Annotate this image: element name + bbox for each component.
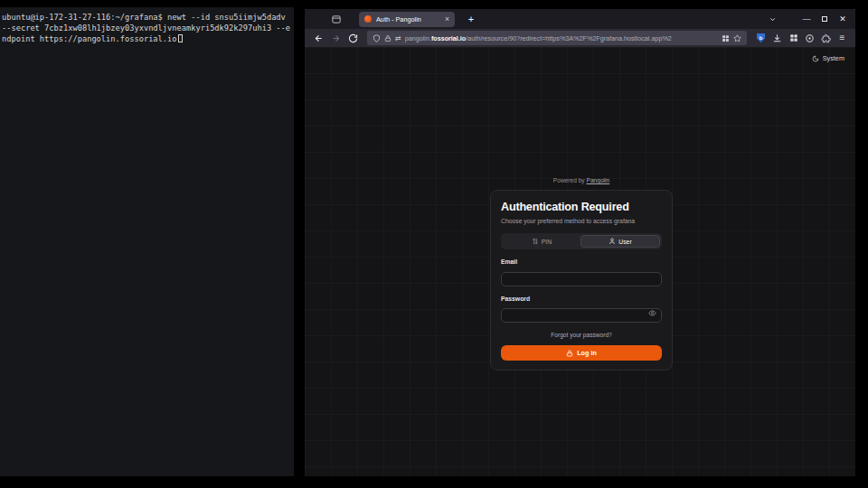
back-button[interactable] bbox=[311, 31, 326, 45]
downloads-button[interactable] bbox=[770, 32, 784, 45]
auth-method-tabs: PIN User bbox=[501, 233, 662, 249]
new-tab-button[interactable]: + bbox=[464, 14, 478, 24]
forward-button[interactable] bbox=[328, 31, 343, 45]
moon-icon bbox=[812, 55, 819, 62]
page-content: System Powered by Pangolin Authenticatio… bbox=[305, 47, 855, 476]
theme-toggle[interactable]: System bbox=[812, 54, 844, 62]
card-subtitle: Choose your preferred method to access g… bbox=[501, 218, 662, 224]
terminal-cursor bbox=[178, 34, 183, 42]
tab-user[interactable]: User bbox=[580, 235, 660, 248]
lock-icon bbox=[566, 350, 573, 357]
tab-pin[interactable]: PIN bbox=[503, 235, 580, 248]
ring-circle-icon bbox=[805, 33, 815, 43]
email-label: Email bbox=[501, 258, 662, 265]
terminal-line: ubuntu@ip-172-31-27-116:~/grafana$ newt … bbox=[2, 12, 292, 23]
eye-icon bbox=[648, 309, 656, 317]
bookmark-star-icon[interactable] bbox=[733, 34, 741, 42]
browser-window: Auth - Pangolin × + — ✕ bbox=[305, 9, 855, 476]
password-label: Password bbox=[501, 296, 662, 302]
maximize-button[interactable] bbox=[817, 12, 832, 26]
window-controls: — ✕ bbox=[765, 12, 850, 26]
user-icon bbox=[609, 238, 616, 245]
back-icon bbox=[314, 33, 324, 43]
theme-toggle-label: System bbox=[823, 54, 844, 62]
powered-by: Powered by Pangolin bbox=[490, 177, 673, 183]
extensions-grid-button[interactable] bbox=[787, 32, 800, 45]
maximize-icon bbox=[822, 16, 827, 22]
pangolin-link[interactable]: Pangolin bbox=[587, 177, 610, 183]
terminal-window[interactable]: ubuntu@ip-172-31-27-116:~/grafana$ newt … bbox=[0, 7, 294, 476]
reload-icon bbox=[348, 33, 358, 43]
extensions-button[interactable] bbox=[819, 32, 833, 45]
tab-title: Auth - Pangolin bbox=[376, 15, 440, 23]
https-lock-icon[interactable] bbox=[384, 34, 392, 42]
tab-pin-label: PIN bbox=[542, 239, 552, 245]
login-button[interactable]: Log in bbox=[501, 345, 662, 361]
hamburger-menu-icon: ≡ bbox=[840, 33, 845, 42]
extension-shield-icon: b bbox=[757, 33, 765, 42]
forgot-password-link[interactable]: Forgot your password? bbox=[501, 332, 662, 338]
terminal-line: --secret 7cbz1xw08lh1jbzey03yxvndljvneam… bbox=[2, 23, 292, 33]
permissions-swap-icon[interactable]: ⇄ bbox=[395, 34, 401, 42]
browser-tab-bar: Auth - Pangolin × + — ✕ bbox=[305, 9, 855, 29]
forward-icon bbox=[331, 33, 341, 43]
card-title: Authentication Required bbox=[501, 201, 662, 213]
login-button-label: Log in bbox=[577, 349, 597, 357]
auth-card: Authentication Required Choose your pref… bbox=[490, 190, 673, 371]
pangolin-favicon-icon bbox=[364, 15, 372, 23]
chevron-down-icon bbox=[769, 15, 777, 23]
minimize-button[interactable]: — bbox=[799, 12, 814, 26]
show-password-button[interactable] bbox=[648, 309, 656, 317]
email-field-wrap bbox=[501, 268, 662, 286]
reader-grid-icon[interactable] bbox=[722, 34, 730, 42]
firefox-view-icon bbox=[331, 14, 342, 24]
email-input[interactable] bbox=[501, 272, 662, 286]
terminal-output: ubuntu@ip-172-31-27-116:~/grafana$ newt … bbox=[0, 7, 294, 49]
tracking-protection-shield-icon[interactable] bbox=[373, 34, 381, 42]
pin-keypad-icon bbox=[532, 238, 539, 245]
desktop: ubuntu@ip-172-31-27-116:~/grafana$ newt … bbox=[0, 0, 868, 488]
firefox-view-button[interactable] bbox=[328, 12, 344, 26]
tab-user-label: User bbox=[618, 239, 631, 245]
terminal-line: ndpoint https://pangolin.fossorial.io bbox=[2, 33, 292, 44]
account-button[interactable] bbox=[803, 32, 816, 45]
url-domain: fossorial.io bbox=[431, 34, 466, 42]
reload-button[interactable] bbox=[345, 31, 360, 45]
puzzle-piece-icon bbox=[821, 33, 831, 43]
auth-section: Powered by Pangolin Authentication Requi… bbox=[490, 177, 673, 371]
tab-close-icon[interactable]: × bbox=[445, 15, 449, 23]
download-icon bbox=[772, 33, 782, 43]
close-window-button[interactable]: ✕ bbox=[835, 12, 850, 26]
four-squares-icon bbox=[789, 33, 798, 42]
password-input[interactable] bbox=[501, 308, 662, 323]
password-field-wrap bbox=[501, 305, 662, 324]
bitwarden-extension-button[interactable]: b bbox=[754, 32, 768, 45]
url-text[interactable]: pangolin.fossorial.io/auth/resource/90?r… bbox=[405, 34, 718, 42]
tab-auth-pangolin[interactable]: Auth - Pangolin × bbox=[359, 12, 455, 27]
list-tabs-button[interactable] bbox=[765, 12, 779, 26]
app-menu-button[interactable]: ≡ bbox=[835, 32, 849, 45]
browser-toolbar: ⇄ pangolin.fossorial.io/auth/resource/90… bbox=[305, 29, 855, 47]
url-bar[interactable]: ⇄ pangolin.fossorial.io/auth/resource/90… bbox=[367, 31, 747, 45]
